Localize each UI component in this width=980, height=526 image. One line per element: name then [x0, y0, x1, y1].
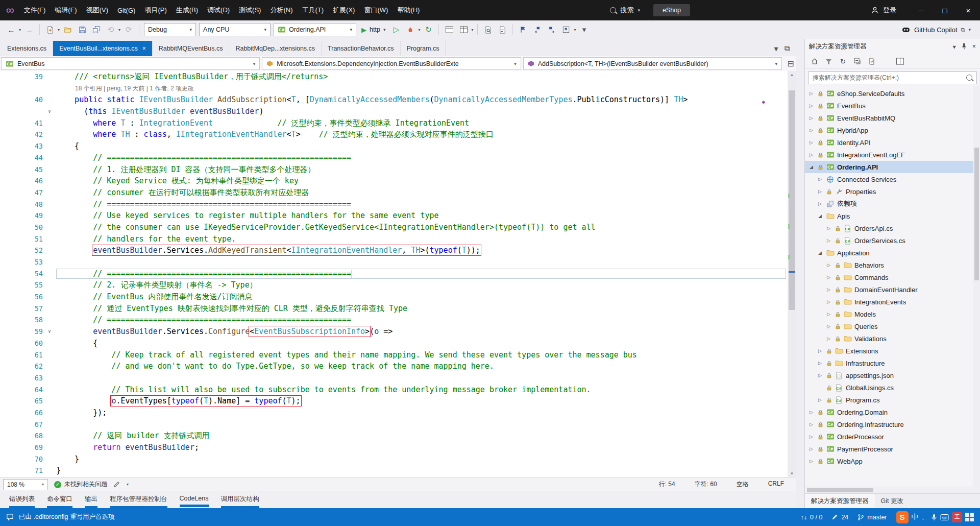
- line-number[interactable]: 39: [11, 71, 43, 83]
- code-line[interactable]: 55 // 2. 记录事件类型映射（事件名 -> Type）: [0, 279, 788, 291]
- panel-tab[interactable]: 命令窗口: [43, 493, 77, 508]
- close-icon[interactable]: ×: [972, 43, 976, 50]
- expand-chevron-icon[interactable]: ▷: [817, 189, 823, 194]
- tree-item[interactable]: C#GlobalUsings.cs: [805, 381, 980, 394]
- expand-chevron-icon[interactable]: ▷: [817, 201, 823, 206]
- git-sync-indicator[interactable]: ↑↓ 0 / 0: [801, 514, 823, 521]
- line-number[interactable]: 54: [11, 268, 43, 280]
- document-tab[interactable]: TransactionBehavior.cs: [322, 41, 400, 56]
- line-number[interactable]: 60: [11, 338, 43, 349]
- type-dropdown[interactable]: Microsoft.Extensions.DependencyInjection…: [262, 57, 521, 70]
- minimize-button[interactable]: ─: [910, 0, 933, 20]
- code-line[interactable]: 51 // handlers for the event type.: [0, 233, 788, 245]
- bookmark-window-icon[interactable]: [559, 23, 573, 36]
- nav-back-icon-dropdown[interactable]: ▾: [19, 28, 21, 32]
- scroll-up-icon[interactable]: ▲: [788, 71, 796, 78]
- code-line[interactable]: 40 public static IEventBusBuilder AddSub…: [0, 94, 788, 106]
- menu-item[interactable]: 调试(D): [203, 0, 234, 20]
- expand-chevron-icon[interactable]: ▷: [817, 373, 823, 378]
- bookmark-icon[interactable]: [516, 23, 530, 36]
- tree-item[interactable]: ▷Extensions: [805, 345, 980, 357]
- collapse-chevron-icon[interactable]: ◢: [817, 250, 823, 255]
- tree-item[interactable]: ▷C#OrderServices.cs: [805, 234, 980, 247]
- signin-button[interactable]: 登录: [871, 6, 896, 15]
- menu-item[interactable]: 帮助(H): [393, 0, 424, 20]
- expand-chevron-icon[interactable]: ▷: [825, 262, 832, 268]
- line-number[interactable]: 42: [11, 129, 43, 140]
- panel-splitter[interactable]: [796, 39, 804, 508]
- line-number[interactable]: 69: [11, 442, 43, 453]
- restart-icon[interactable]: ↻: [421, 23, 435, 36]
- panel-tab[interactable]: CodeLens: [176, 493, 213, 508]
- keyboard-icon[interactable]: [940, 514, 949, 520]
- tree-item[interactable]: ▷DomainEventHandler: [805, 283, 980, 296]
- line-number[interactable]: 55: [11, 279, 43, 291]
- code-line[interactable]: 52 eventBusBuilder.Services.AddKeyedTran…: [0, 245, 788, 256]
- code-line[interactable]: 53: [0, 256, 788, 268]
- tree-item[interactable]: ◢C#Ordering.API: [805, 161, 980, 173]
- sync-with-active-document-icon[interactable]: [865, 56, 878, 67]
- collapse-chevron-icon[interactable]: ◢: [817, 213, 823, 219]
- tree-item[interactable]: ▷Properties: [805, 185, 980, 198]
- line-number[interactable]: 47: [11, 187, 43, 199]
- panel-tab[interactable]: 输出: [81, 493, 102, 508]
- line-number[interactable]: 49: [11, 210, 43, 222]
- ime-toolbox-icon[interactable]: 工: [952, 512, 962, 522]
- line-number[interactable]: 48: [11, 199, 43, 210]
- code-line[interactable]: 67: [0, 419, 788, 431]
- menu-item[interactable]: 分析(N): [265, 0, 297, 20]
- code-line[interactable]: 42 where TH : class, IIntegrationEventHa…: [0, 129, 788, 140]
- properties-icon[interactable]: [879, 56, 892, 67]
- line-number[interactable]: 44: [11, 152, 43, 164]
- menu-item[interactable]: 文件(F): [19, 0, 51, 20]
- expand-chevron-icon[interactable]: ▷: [825, 226, 832, 231]
- tree-item[interactable]: ▷Models: [805, 308, 980, 320]
- split-window-icon[interactable]: [456, 23, 471, 36]
- tab-list-icon[interactable]: ▾: [774, 44, 778, 54]
- collapse-all-icon[interactable]: [851, 56, 864, 67]
- tree-item[interactable]: ▷Commands: [805, 271, 980, 283]
- code-line[interactable]: 41 where T : IntegrationEvent // 泛型约束，事件…: [0, 117, 788, 129]
- startup-project-combo[interactable]: C#Ordering.API: [274, 23, 356, 36]
- line-number[interactable]: 64: [11, 384, 43, 396]
- expand-chevron-icon[interactable]: ▷: [825, 287, 832, 292]
- expand-chevron-icon[interactable]: ▷: [817, 348, 823, 353]
- line-number[interactable]: 68: [11, 430, 43, 442]
- prev-bookmark-icon[interactable]: [530, 23, 545, 36]
- line-number[interactable]: 61: [11, 349, 43, 361]
- tree-item[interactable]: ◢Application: [805, 247, 980, 259]
- code-line[interactable]: 63: [0, 372, 788, 384]
- tool-window-tab[interactable]: Git 更改: [875, 494, 910, 508]
- code-line[interactable]: ∨ (this IEventBusBuilder eventBusBuilder…: [0, 106, 788, 117]
- editor-window-icon[interactable]: [442, 23, 456, 36]
- expand-chevron-icon[interactable]: ▷: [825, 312, 832, 317]
- line-number[interactable]: 63: [11, 372, 43, 384]
- code-line[interactable]: 49 // Use keyed services to register mul…: [0, 210, 788, 222]
- line-number[interactable]: 62: [11, 361, 43, 372]
- filter-icon[interactable]: [822, 56, 835, 67]
- solution-explorer-scrollbar[interactable]: [973, 86, 980, 487]
- sogou-ime-icon[interactable]: S: [896, 511, 909, 523]
- code-line[interactable]: 18 个引用 | peng, 19 天前 | 1 作者, 2 项更改: [0, 83, 788, 94]
- code-line[interactable]: 44 // ==================================…: [0, 152, 788, 164]
- line-number[interactable]: 53: [11, 256, 43, 268]
- code-line[interactable]: 68 // 返回 builder 支持链式调用: [0, 430, 788, 442]
- split-editor-icon[interactable]: ⊟: [784, 59, 797, 68]
- next-bookmark-icon[interactable]: [545, 23, 559, 36]
- pending-edits-indicator[interactable]: 24: [831, 514, 848, 521]
- expand-chevron-icon[interactable]: ▷: [825, 324, 832, 329]
- line-number[interactable]: 52: [11, 245, 43, 256]
- menu-item[interactable]: 生成(B): [172, 0, 203, 20]
- expand-chevron-icon[interactable]: ▷: [825, 299, 832, 304]
- tree-item[interactable]: ▷C#EventBus: [805, 100, 980, 112]
- project-dropdown[interactable]: C# EventBus: [1, 57, 260, 70]
- code-line[interactable]: 65 o.EventTypes[typeof(T).Name] = typeof…: [0, 395, 788, 407]
- line-ending-indicator[interactable]: CRLF: [768, 480, 784, 489]
- document-tab[interactable]: Extensions.cs: [1, 41, 53, 56]
- code-editor[interactable]: 39 /// <returns>返回 IEventBusBuilder，用于链式…: [0, 71, 796, 477]
- tree-item[interactable]: ▷C#eShop.ServiceDefaults: [805, 87, 980, 100]
- code-cleanup-icon[interactable]: [113, 481, 120, 488]
- code-line[interactable]: 43 {: [0, 140, 788, 152]
- start-debugging-button[interactable]: ▶http: [358, 26, 389, 34]
- menu-item[interactable]: 测试(S): [234, 0, 265, 20]
